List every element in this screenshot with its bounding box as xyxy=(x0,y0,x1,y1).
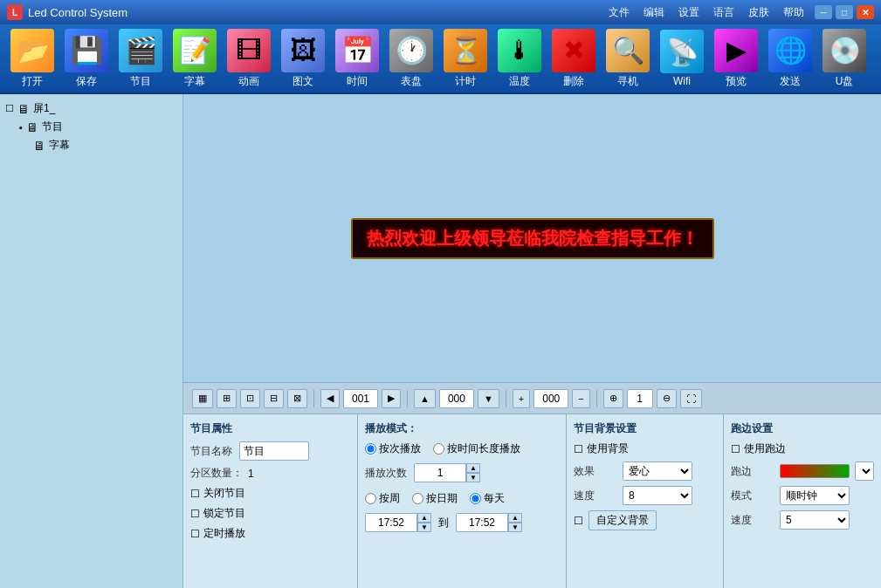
tree-caption[interactable]: 🖥 字幕 xyxy=(5,136,177,154)
toolbar-search[interactable]: 🔍 寻机 xyxy=(602,29,653,89)
bg-custom-checkbox[interactable]: ☐ xyxy=(574,515,583,527)
toolbar-wifi[interactable]: 📡 Wifi xyxy=(657,30,707,87)
toolbar-clock[interactable]: 🕐 表盘 xyxy=(386,29,437,89)
toolbar-save[interactable]: 💾 保存 xyxy=(61,29,112,89)
time-from-input[interactable] xyxy=(365,513,417,532)
toolbar-open[interactable]: 📂 打开 xyxy=(7,29,58,89)
toolbar-delete[interactable]: ✖ 删除 xyxy=(548,29,599,89)
down-button[interactable]: ▼ xyxy=(478,389,499,408)
maximize-button[interactable]: □ xyxy=(836,5,853,19)
layout-btn-5[interactable]: ⊠ xyxy=(287,389,307,408)
x-offset-input[interactable] xyxy=(533,389,568,408)
by-date[interactable]: 按日期 xyxy=(412,491,458,506)
use-bg-check[interactable]: ☐ 使用背景 xyxy=(574,441,716,456)
mode-by-time[interactable]: 按时间长度播放 xyxy=(433,441,520,456)
expand-icon[interactable]: ▪ xyxy=(19,122,23,133)
menu-file[interactable]: 文件 xyxy=(609,5,630,20)
toolbar-preview[interactable]: ▶ 预览 xyxy=(711,29,761,89)
zoom-input[interactable] xyxy=(627,389,653,408)
close-program-check[interactable]: ☐ 关闭节目 xyxy=(190,486,350,501)
page-number-input[interactable] xyxy=(343,389,378,408)
separator-2 xyxy=(407,390,408,407)
border-color-bar[interactable] xyxy=(780,464,850,478)
every-day-radio[interactable] xyxy=(470,493,481,504)
every-day[interactable]: 每天 xyxy=(470,491,505,506)
menu-skin[interactable]: 皮肤 xyxy=(748,5,769,20)
play-title: 播放模式： xyxy=(365,421,559,436)
timer-play-check[interactable]: ☐ 定时播放 xyxy=(190,526,350,541)
spin-from-buttons: ▲ ▼ xyxy=(417,513,431,532)
mode-count-radio[interactable] xyxy=(365,443,376,455)
play-count-input[interactable] xyxy=(414,463,466,482)
spin-to-up[interactable]: ▲ xyxy=(508,513,522,523)
border-speed-select[interactable]: 5 xyxy=(780,510,850,530)
custom-bg-button[interactable]: 自定义背景 xyxy=(588,510,657,530)
fit-button[interactable]: ⛶ xyxy=(680,389,702,408)
lock-checkbox-icon[interactable]: ☐ xyxy=(190,508,200,520)
spin-down[interactable]: ▼ xyxy=(466,473,480,482)
bg-custom-row: ☐ 自定义背景 xyxy=(574,510,716,530)
program-name-input[interactable] xyxy=(239,441,309,461)
close-button[interactable]: ✕ xyxy=(857,5,874,19)
close-checkbox-icon[interactable]: ☐ xyxy=(190,488,200,500)
spin-to-down[interactable]: ▼ xyxy=(508,523,522,532)
toolbar-image[interactable]: 🖼 图文 xyxy=(278,29,328,89)
use-border-check[interactable]: ☐ 使用跑边 xyxy=(731,441,874,456)
toolbar-timer[interactable]: ⏳ 计时 xyxy=(440,29,491,89)
menu-language[interactable]: 语言 xyxy=(713,5,734,20)
border-mode-label: 模式 xyxy=(731,489,774,503)
by-date-radio[interactable] xyxy=(412,493,423,504)
toolbar-udisk[interactable]: 💿 U盘 xyxy=(819,29,870,89)
monitor-icon: 🖥 xyxy=(17,102,30,116)
border-color-select[interactable] xyxy=(855,462,874,481)
toolbar-program[interactable]: 🎬 节目 xyxy=(115,29,166,89)
time-to-input[interactable] xyxy=(456,513,508,532)
zoom-out-button[interactable]: ⊖ xyxy=(657,389,677,408)
lock-program-check[interactable]: ☐ 锁定节目 xyxy=(190,506,350,521)
time-from-spinner: ▲ ▼ xyxy=(365,513,431,532)
next-button[interactable]: ▶ xyxy=(382,389,401,408)
props-title: 节目属性 xyxy=(190,421,350,436)
y-offset-input[interactable] xyxy=(439,389,474,408)
border-color-row: 跑边 xyxy=(731,462,874,481)
spin-from-down[interactable]: ▼ xyxy=(417,523,431,532)
layout-btn-2[interactable]: ⊞ xyxy=(217,389,237,408)
checkbox-screen[interactable]: ☐ xyxy=(5,103,14,114)
tree-screen[interactable]: ☐ 🖥 屏1_ xyxy=(5,99,177,118)
layout-btn-1[interactable]: ▦ xyxy=(192,389,213,408)
menu-settings[interactable]: 设置 xyxy=(678,5,699,20)
tree-program[interactable]: ▪ 🖥 节目 xyxy=(5,118,177,136)
use-bg-checkbox[interactable]: ☐ xyxy=(574,443,583,455)
toolbar-time[interactable]: 📅 时间 xyxy=(332,29,382,89)
spin-up[interactable]: ▲ xyxy=(466,463,480,473)
right-area: 热烈欢迎上级领导莅临我院检查指导工作！ ▦ ⊞ ⊡ ⊟ ⊠ ◀ ▶ ▲ ▼ + … xyxy=(183,94,881,588)
minimize-button[interactable]: ─ xyxy=(815,5,832,19)
toolbar-caption[interactable]: 📝 字幕 xyxy=(169,29,220,89)
timer-checkbox-icon[interactable]: ☐ xyxy=(190,528,200,540)
zoom-in-button[interactable]: ⊕ xyxy=(603,389,623,408)
mode-time-radio[interactable] xyxy=(433,443,444,455)
up-button[interactable]: ▲ xyxy=(414,389,436,408)
prev-button[interactable]: ◀ xyxy=(320,389,340,408)
toolbar-animation[interactable]: 🎞 动画 xyxy=(224,29,274,89)
minus-button[interactable]: − xyxy=(572,389,589,408)
menu-edit[interactable]: 编辑 xyxy=(644,5,664,20)
border-mode-select[interactable]: 顺时钟 xyxy=(780,486,850,505)
bg-effect-select[interactable]: 爱心 xyxy=(623,462,692,481)
mode-by-count[interactable]: 按次播放 xyxy=(365,441,421,456)
title-bar: L Led Control System 文件 编辑 设置 语言 皮肤 帮助 ─… xyxy=(0,0,881,24)
layout-btn-4[interactable]: ⊟ xyxy=(264,389,284,408)
menu-help[interactable]: 帮助 xyxy=(783,5,804,20)
background-panel: 节目背景设置 ☐ 使用背景 效果 爱心 速度 8 xyxy=(567,414,724,588)
by-week[interactable]: 按周 xyxy=(365,491,400,506)
play-mode-group: 按次播放 按时间长度播放 xyxy=(365,441,559,456)
toolbar-temperature[interactable]: 🌡 温度 xyxy=(494,29,545,89)
toolbar-send[interactable]: 🌐 发送 xyxy=(765,29,816,89)
bg-speed-select[interactable]: 8 xyxy=(623,486,692,505)
spin-from-up[interactable]: ▲ xyxy=(417,513,431,523)
layout-btn-3[interactable]: ⊡ xyxy=(240,389,260,408)
border-speed-label: 速度 xyxy=(731,513,774,528)
by-week-radio[interactable] xyxy=(365,493,376,504)
use-border-checkbox[interactable]: ☐ xyxy=(731,443,740,455)
add-button[interactable]: + xyxy=(513,389,530,408)
